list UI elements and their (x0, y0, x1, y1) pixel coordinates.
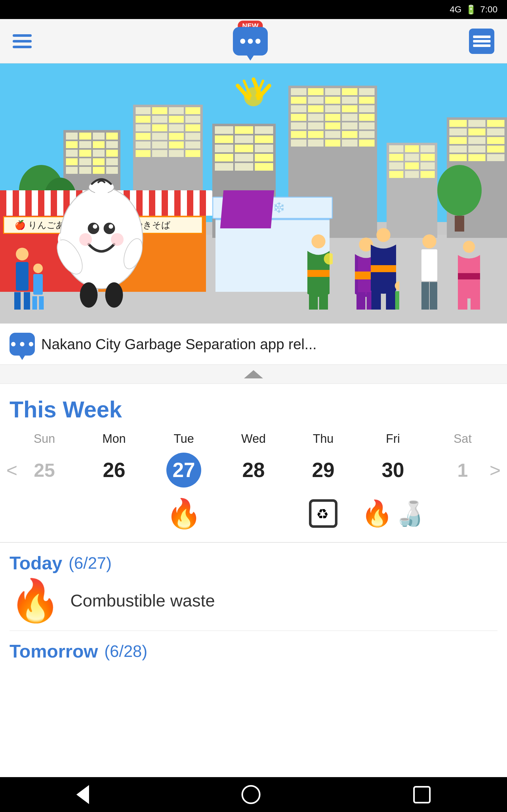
date-25[interactable]: 25 (9, 453, 79, 488)
svg-point-13 (79, 233, 92, 246)
person-dark-kimono (368, 227, 399, 311)
svg-rect-8 (95, 186, 108, 195)
svg-rect-42 (386, 289, 395, 310)
bottom-nav (0, 777, 507, 812)
date-29[interactable]: 29 (288, 452, 358, 488)
date-26[interactable]: 26 (79, 452, 149, 488)
week-days-header: Sun Mon Tue Wed Thu Fri Sat (9, 429, 498, 449)
svg-rect-33 (319, 292, 328, 310)
today-date: (6/27) (69, 554, 112, 572)
battery-icon: 🔋 (465, 4, 476, 15)
svg-rect-25 (32, 296, 37, 310)
prev-week-button[interactable]: < (6, 459, 17, 481)
news-chat-dots (10, 342, 34, 346)
hamburger-line-3 (13, 46, 32, 48)
date-28[interactable]: 28 (219, 452, 288, 488)
fire-icon-fri: 🔥 (361, 499, 393, 528)
svg-rect-48 (470, 294, 480, 310)
svg-point-11 (93, 224, 97, 229)
person-pink-kimono (456, 240, 482, 311)
sunburst (228, 76, 279, 127)
day-thu: Thu (288, 429, 358, 449)
week-calendar: Sun Mon Tue Wed Thu Fri Sat < 25 26 27 2… (9, 429, 498, 532)
person-kimono-2 (304, 234, 333, 311)
svg-point-9 (88, 223, 99, 234)
icon-fri: 🔥 🍶 (358, 499, 428, 528)
news-banner[interactable]: Nakano City Garbage Separation app rel..… (0, 323, 507, 365)
svg-point-10 (104, 223, 115, 234)
today-label: Today (9, 552, 62, 573)
back-button[interactable] (76, 785, 89, 804)
news-chat-icon (9, 333, 35, 356)
calendar-section: This Week Sun Mon Tue Wed Thu Fri Sat < … (0, 384, 507, 542)
icon-thu: ♻ (288, 499, 358, 528)
tomorrow-schedule-item: Tomorrow (6/28) (9, 631, 498, 677)
week-icons: 🔥 ♻ 🔥 🍶 (9, 495, 498, 532)
svg-rect-34 (307, 270, 330, 277)
svg-point-36 (422, 235, 436, 248)
list-line-3 (473, 44, 491, 47)
svg-rect-26 (39, 296, 44, 310)
hamburger-line-2 (13, 40, 32, 43)
list-line-1 (473, 36, 491, 38)
week-dates: < 25 26 27 28 29 30 1 > (9, 452, 498, 488)
svg-point-23 (33, 264, 43, 273)
day-sat: Sat (428, 429, 498, 449)
recycle-icon-thu: ♻ (309, 499, 337, 528)
date-1[interactable]: 1 (428, 453, 498, 488)
tree-right-1 (437, 165, 482, 232)
svg-rect-24 (33, 274, 43, 295)
person-man-white (415, 234, 444, 311)
icon-tue: 🔥 (149, 497, 219, 530)
tomorrow-date: (6/28) (104, 642, 147, 661)
svg-rect-20 (16, 262, 29, 291)
date-30[interactable]: 30 (358, 452, 428, 488)
hamburger-line-1 (13, 34, 32, 37)
person-2-child (29, 262, 48, 311)
svg-rect-43 (371, 265, 396, 272)
time-display: 7:00 (481, 4, 498, 14)
day-fri: Fri (358, 429, 428, 449)
schedule-section: Today (6/27) 🔥 Combustible waste Tomorro… (0, 543, 507, 690)
date-27-today[interactable]: 27 (149, 453, 219, 488)
today-header: Today (6/27) (9, 552, 498, 573)
svg-rect-37 (421, 249, 437, 281)
svg-point-19 (16, 248, 29, 260)
tomorrow-header: Tomorrow (6/28) (9, 641, 498, 662)
fire-icon-tue: 🔥 (166, 497, 202, 530)
svg-point-31 (312, 235, 326, 248)
chevron-up-icon (244, 370, 263, 378)
day-tue: Tue (149, 429, 219, 449)
svg-point-14 (111, 233, 124, 246)
chat-dots (240, 39, 261, 44)
tomorrow-label: Tomorrow (9, 641, 98, 662)
svg-point-46 (463, 241, 475, 253)
mascot (51, 168, 152, 308)
chat-bubble-icon (233, 27, 268, 55)
day-wed: Wed (219, 429, 288, 449)
chat-notification-button[interactable]: NEW (233, 27, 268, 55)
svg-rect-21 (14, 292, 20, 310)
svg-point-18 (105, 282, 123, 308)
bottle-icon-fri: 🍶 (395, 500, 425, 528)
today-schedule-item: Today (6/27) 🔥 Combustible waste (9, 543, 498, 631)
svg-rect-45 (395, 291, 399, 310)
home-button[interactable] (241, 785, 261, 804)
list-view-button[interactable] (469, 29, 494, 54)
next-week-button[interactable]: > (490, 459, 501, 481)
hero-banner: 🍎 りんごあめ やきそば 氷 ❄️ (0, 63, 507, 323)
svg-rect-28 (356, 292, 365, 310)
svg-rect-38 (421, 282, 429, 310)
status-bar: 4G 🔋 7:00 (0, 0, 507, 19)
hamburger-menu-button[interactable] (13, 34, 32, 48)
svg-rect-47 (458, 294, 467, 310)
list-line-2 (473, 40, 491, 43)
svg-point-17 (80, 282, 98, 308)
today-description: Combustible waste (70, 591, 215, 610)
collapse-button[interactable] (0, 365, 507, 384)
svg-rect-32 (309, 292, 318, 310)
recents-button[interactable] (413, 786, 431, 803)
day-sun: Sun (9, 429, 79, 449)
this-week-label: This Week (9, 397, 498, 422)
svg-rect-39 (430, 282, 437, 310)
